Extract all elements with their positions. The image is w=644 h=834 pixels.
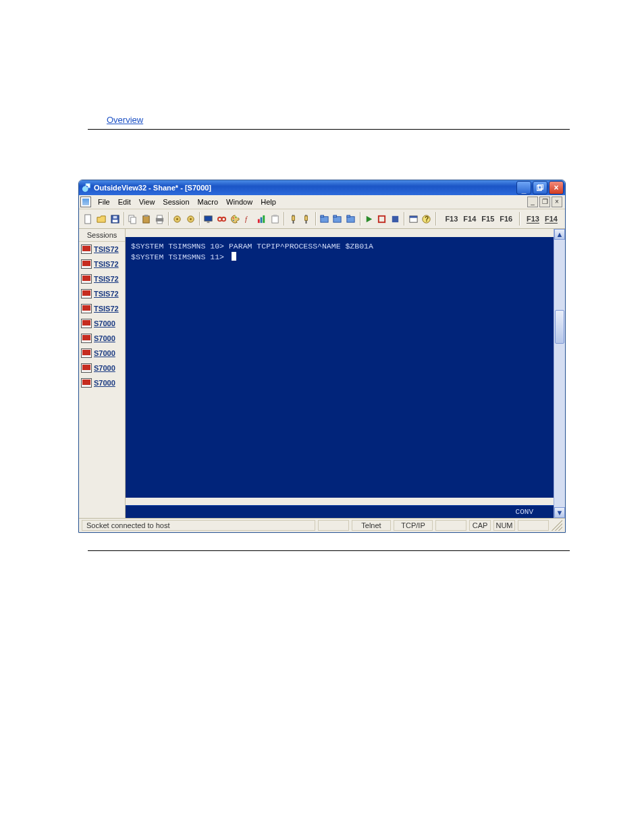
connect-icon[interactable] — [216, 211, 228, 227]
menu-item-view[interactable]: View — [135, 197, 159, 207]
vertical-scrollbar[interactable]: ▲ ▼ — [554, 229, 565, 518]
session-item[interactable]: TSIS72 — [79, 286, 125, 301]
session-icon — [81, 274, 92, 284]
close-button[interactable]: × — [549, 181, 564, 194]
mdi-restore-button[interactable]: ❐ — [539, 197, 550, 207]
open-icon[interactable] — [96, 211, 108, 227]
toolbar-separator — [168, 212, 169, 226]
mdi-close-button[interactable]: × — [552, 197, 562, 207]
session-item[interactable]: TSIS72 — [79, 271, 125, 286]
svg-rect-43 — [333, 215, 337, 217]
svg-rect-19 — [205, 215, 212, 221]
session-label: TSIS72 — [94, 305, 119, 313]
menu-item-window[interactable]: Window — [222, 197, 257, 207]
fkey-f13-a[interactable]: F13 — [443, 213, 460, 224]
status-empty-1 — [318, 520, 349, 531]
fkey-f15-a[interactable]: F15 — [479, 213, 496, 224]
run-icon[interactable] — [363, 211, 375, 227]
scroll-up-button[interactable]: ▲ — [554, 229, 565, 240]
session-label: S7000 — [94, 319, 115, 328]
session-item[interactable]: S7000 — [79, 331, 125, 346]
new-icon[interactable] — [82, 211, 95, 227]
menu-item-session[interactable]: Session — [159, 197, 193, 207]
sessions-header: Sessions — [79, 229, 125, 242]
fkey-f16-a[interactable]: F16 — [498, 213, 514, 224]
svg-point-22 — [222, 217, 226, 221]
session-icon — [81, 259, 92, 269]
fkey-f14-a[interactable]: F14 — [461, 213, 478, 224]
paste-icon[interactable] — [140, 211, 153, 227]
tool-b-icon[interactable] — [185, 211, 197, 227]
save-icon[interactable] — [109, 211, 121, 227]
session-item[interactable]: TSIS72 — [79, 301, 125, 316]
status-bar: Socket connected to host Telnet TCP/IP C… — [79, 518, 565, 532]
fkey-f14-b[interactable]: F14 — [543, 213, 560, 224]
scrollbar-thumb[interactable] — [555, 310, 564, 344]
svg-point-23 — [233, 217, 234, 218]
svg-point-25 — [235, 216, 236, 217]
menu-item-macro[interactable]: Macro — [194, 197, 223, 207]
mdi-minimize-button[interactable]: _ — [527, 197, 538, 207]
scroll-down-button[interactable]: ▼ — [554, 507, 565, 518]
session-item[interactable]: S7000 — [79, 375, 125, 390]
session-icon — [81, 289, 92, 298]
clipboard-icon[interactable] — [269, 211, 281, 227]
help-icon[interactable]: ? — [421, 211, 433, 227]
terminal-wrap: $SYSTEM TSIMSMNS 10> PARAM TCPIP^PROCESS… — [126, 229, 565, 518]
minimize-button[interactable]: _ — [516, 181, 531, 194]
svg-rect-49 — [409, 215, 417, 217]
session-label: TSIS72 — [94, 260, 119, 268]
session-label: S7000 — [94, 334, 115, 342]
menu-item-help[interactable]: Help — [257, 197, 280, 207]
svg-rect-3 — [539, 184, 543, 189]
palette-icon[interactable] — [230, 211, 242, 227]
session-label: TSIS72 — [94, 245, 119, 253]
chart-icon[interactable] — [256, 211, 268, 227]
halt-icon[interactable] — [390, 211, 402, 227]
session-label: TSIS72 — [94, 275, 119, 283]
plug-b-icon[interactable] — [300, 211, 313, 227]
terminal[interactable]: $SYSTEM TSIMSMNS 10> PARAM TCPIP^PROCESS… — [126, 237, 554, 498]
scrollbar-track[interactable] — [554, 240, 565, 507]
session-icon — [81, 334, 92, 343]
svg-rect-6 — [113, 219, 118, 222]
session-item[interactable]: TSIS72 — [79, 257, 125, 271]
tab-c-icon[interactable] — [345, 211, 357, 227]
session-icon — [81, 304, 92, 313]
status-empty-3 — [518, 520, 549, 531]
svg-point-24 — [233, 219, 234, 221]
doc-link-overview[interactable]: Overview — [107, 115, 143, 125]
print-icon[interactable] — [153, 211, 165, 227]
resize-grip[interactable] — [552, 520, 562, 531]
toolbar-separator — [519, 212, 520, 226]
terminal-mode-indicator: CONV — [126, 505, 554, 518]
session-item[interactable]: S7000 — [79, 346, 125, 361]
session-item[interactable]: S7000 — [79, 361, 125, 375]
svg-rect-14 — [157, 221, 163, 224]
tool-a-icon[interactable] — [171, 211, 184, 227]
box-icon[interactable] — [376, 211, 388, 227]
plug-a-icon[interactable] — [287, 211, 299, 227]
svg-rect-46 — [379, 215, 385, 221]
toolbar-separator — [404, 212, 404, 226]
session-item[interactable]: TSIS72 — [79, 242, 125, 257]
doc-rule-top — [88, 129, 570, 130]
sessions-panel: Sessions TSIS72TSIS72TSIS72TSIS72TSIS72S… — [79, 229, 126, 518]
function-icon[interactable]: f — [242, 211, 254, 227]
menu-item-file[interactable]: File — [94, 197, 114, 207]
session-item[interactable]: S7000 — [79, 316, 125, 331]
tab-a-icon[interactable] — [318, 211, 330, 227]
maximize-button[interactable] — [533, 181, 547, 194]
menu-item-edit[interactable]: Edit — [114, 197, 135, 207]
tab-b-icon[interactable] — [331, 211, 344, 227]
session-label: TSIS72 — [94, 290, 119, 298]
svg-rect-20 — [207, 221, 210, 223]
svg-rect-4 — [85, 214, 90, 223]
toolbar-separator — [199, 212, 200, 226]
svg-rect-31 — [273, 214, 277, 216]
fkey-f13-b[interactable]: F13 — [525, 213, 541, 224]
monitor-icon[interactable] — [203, 211, 215, 227]
svg-rect-30 — [272, 215, 278, 222]
copy-icon[interactable] — [127, 211, 139, 227]
win-icon[interactable] — [407, 211, 419, 227]
